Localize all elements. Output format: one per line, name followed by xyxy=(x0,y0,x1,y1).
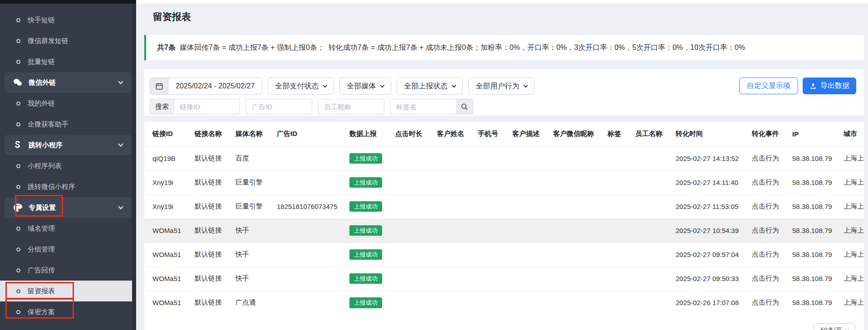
table-row[interactable]: WOMa51 默认链接 广点通 上报成功 xyxy=(144,291,864,315)
cell-phone xyxy=(478,146,512,170)
cell-click-duration xyxy=(395,194,437,218)
bullet-icon xyxy=(16,268,20,272)
filter-select[interactable]: 全部用户行为 xyxy=(468,78,535,95)
cell-click-duration xyxy=(395,267,437,291)
sidebar-item[interactable]: 批量短链 xyxy=(0,51,136,72)
cell-conversion-time: 2025-02-27 14:11:40 xyxy=(676,170,752,194)
table-header-row: 链接ID 链接名称 媒体名称 广告ID 数据上报 点击时长 客户姓名 手机号 xyxy=(144,122,864,146)
cell-report-status: 上报成功 xyxy=(349,194,395,218)
cell-report-status: 上报成功 xyxy=(349,291,395,315)
cell-report-status: 上报成功 xyxy=(349,267,395,291)
cell-conversion-event: 点击行为 xyxy=(752,194,792,218)
search-input[interactable] xyxy=(174,99,240,114)
cell-customer-desc xyxy=(512,194,553,218)
status-badge: 上报成功 xyxy=(349,201,382,212)
sidebar-item[interactable]: 跳转微信小程序 xyxy=(0,176,136,197)
cell-phone xyxy=(478,291,512,315)
sidebar-item-label: 快手短链 xyxy=(28,16,55,24)
table-row[interactable]: WOMa51 默认链接 快手 上报成功 xyxy=(144,243,864,267)
cell-report-status: 上报成功 xyxy=(349,218,395,243)
sidebar-item[interactable]: 微信群发短链 xyxy=(0,30,136,51)
cell-tags xyxy=(608,194,635,218)
cell-city: 上海上海市 xyxy=(843,243,864,267)
sidebar-item-label: 分组管理 xyxy=(28,245,55,254)
sidebar-item[interactable]: 微信外链 xyxy=(5,72,132,93)
cell-ad-id xyxy=(277,170,349,194)
sidebar-item[interactable]: 我的外链 xyxy=(0,93,136,114)
search-input[interactable] xyxy=(318,99,384,114)
sidebar-item[interactable]: 企微获客助手 xyxy=(0,114,136,135)
search-button[interactable] xyxy=(456,99,473,114)
export-data-button[interactable]: 导出数据 xyxy=(803,78,856,94)
summary-text: 媒体回传7条 = 成功上报7条 + 强制上报0条； 转化成功7条 = 成功上报7… xyxy=(176,43,745,53)
cell-staff-name xyxy=(635,146,676,170)
search-input[interactable] xyxy=(246,99,312,114)
bullet-icon xyxy=(16,248,20,252)
column-header: 标签 xyxy=(608,122,635,146)
cell-conversion-time: 2025-02-27 14:13:52 xyxy=(676,146,752,170)
table-row[interactable]: qIQ19B 默认链接 百度 上报成功 xyxy=(144,146,864,170)
cell-link-id: Xny19i xyxy=(144,194,195,218)
column-header: IP xyxy=(792,122,843,146)
search-input[interactable] xyxy=(390,99,456,114)
bullet-icon xyxy=(16,39,20,43)
table-row[interactable]: WOMa51 默认链接 快手 上报成功 xyxy=(144,218,864,243)
main-content: 留资报表 共7条 媒体回传7条 = 成功上报7条 + 强制上报0条； 转化成功7… xyxy=(136,0,868,330)
table-row[interactable]: WOMa51 默认链接 快手 上报成功 xyxy=(144,267,864,291)
cell-conversion-event: 点击行为 xyxy=(752,170,792,194)
sidebar-item[interactable]: 小程序列表 xyxy=(0,155,136,176)
cell-conversion-time: 2025-02-26 17:07:08 xyxy=(676,291,752,315)
sidebar-item[interactable]: 广告回传 xyxy=(0,260,136,281)
page-size-select[interactable]: 50条/页 xyxy=(814,323,855,330)
cell-customer-desc xyxy=(512,291,553,315)
sidebar-menu: 快手短链 微信群发短链 xyxy=(0,4,136,330)
date-range-picker[interactable]: 2025/02/24 - 2025/02/27 xyxy=(150,78,262,95)
cell-link-id: qIQ19B xyxy=(144,146,195,170)
sidebar-item[interactable]: 跳转小程序 xyxy=(5,135,132,155)
sidebar-scrollbar[interactable] xyxy=(132,4,136,330)
cell-link-name: 默认链接 xyxy=(195,218,235,243)
filter-select-value: 全部用户行为 xyxy=(476,82,519,91)
filter-select[interactable]: 全部媒体 xyxy=(339,78,391,95)
table-row[interactable]: Xny19i 默认链接 巨量引擎 1825181076073475 上报成功 xyxy=(144,194,864,218)
chevron-down-icon xyxy=(118,204,123,209)
table-row[interactable]: Xny19i 默认链接 巨量引擎 上报成功 xyxy=(144,170,864,194)
chevron-down-icon xyxy=(118,79,123,84)
cell-media: 巨量引擎 xyxy=(235,194,277,218)
cell-city: 上海上海市 xyxy=(843,170,864,194)
cell-phone xyxy=(478,243,512,267)
search-row: 搜索 xyxy=(150,99,473,114)
filter-select[interactable]: 全部支付状态 xyxy=(268,78,334,95)
search-icon xyxy=(460,102,469,111)
cell-staff-name xyxy=(635,170,676,194)
column-header: 数据上报 xyxy=(349,122,395,146)
filter-select[interactable]: 全部上报状态 xyxy=(397,78,463,95)
cell-tags xyxy=(608,291,635,315)
cell-phone xyxy=(478,170,512,194)
cell-customer-name xyxy=(437,194,478,218)
sidebar-item[interactable]: 快手短链 xyxy=(0,10,136,30)
cell-staff-name xyxy=(635,243,676,267)
cell-click-duration xyxy=(395,170,437,194)
sidebar-item[interactable]: 域名管理 xyxy=(0,218,136,239)
cell-customer-name xyxy=(437,243,478,267)
sidebar-item[interactable]: 留资报表 xyxy=(0,281,136,301)
cell-ip: 58.38.108.79 xyxy=(792,291,843,315)
cell-conversion-event: 点击行为 xyxy=(752,146,792,170)
customize-columns-button[interactable]: 自定义显示项 xyxy=(739,78,798,94)
sidebar-item[interactable] xyxy=(0,322,136,330)
cell-ad-id xyxy=(277,267,349,291)
sidebar-item[interactable]: 保密方案 xyxy=(0,301,136,322)
sidebar-item[interactable]: 分组管理 xyxy=(0,239,136,260)
cell-conversion-time: 2025-02-27 09:57:04 xyxy=(676,243,752,267)
sidebar-item-label: 跳转小程序 xyxy=(29,141,63,150)
sidebar-item[interactable]: 专属设置 xyxy=(5,197,132,218)
filter-select-value: 全部上报状态 xyxy=(404,82,447,91)
cell-wechat-nickname xyxy=(553,146,608,170)
cell-link-id: WOMa51 xyxy=(144,218,195,243)
cell-link-name: 默认链接 xyxy=(195,146,235,170)
column-header: 媒体名称 xyxy=(235,122,277,146)
date-range-value: 2025/02/24 - 2025/02/27 xyxy=(168,82,262,90)
cell-customer-desc xyxy=(512,218,553,243)
cell-staff-name xyxy=(635,291,676,315)
